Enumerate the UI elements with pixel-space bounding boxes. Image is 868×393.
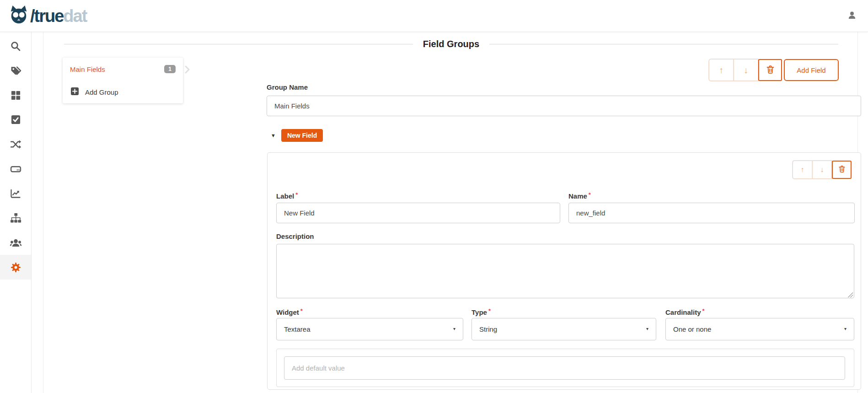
default-value-container bbox=[276, 349, 854, 387]
field-editor-card: ↑ ↓ Label* Name* bbox=[267, 152, 861, 390]
app-header: /truedat bbox=[0, 0, 868, 32]
sidebar-item-structures[interactable] bbox=[0, 156, 31, 181]
search-icon bbox=[10, 41, 21, 52]
required-asterisk: * bbox=[702, 307, 705, 314]
field-name-input[interactable] bbox=[568, 203, 855, 223]
shuffle-icon bbox=[10, 139, 21, 150]
default-value-input[interactable] bbox=[284, 356, 845, 380]
chevron-right-icon bbox=[185, 65, 190, 75]
field-toolbar: ↑ ↓ bbox=[793, 161, 852, 179]
main-content: Field Groups Main Fields 1 bbox=[32, 32, 868, 393]
sidebar-item-search[interactable] bbox=[0, 34, 31, 59]
field-label-input[interactable] bbox=[276, 203, 560, 223]
widget-select[interactable]: Textarea ▾ bbox=[276, 318, 463, 340]
field-description-label: Description bbox=[276, 232, 314, 240]
add-group-button[interactable]: Add Group bbox=[63, 81, 183, 103]
server-icon bbox=[10, 163, 21, 175]
users-icon bbox=[10, 237, 22, 249]
required-asterisk: * bbox=[488, 307, 491, 314]
group-item-label: Main Fields bbox=[70, 65, 105, 73]
delete-group-button[interactable] bbox=[758, 59, 782, 81]
group-name-label: Group Name bbox=[267, 83, 308, 91]
group-name-input[interactable] bbox=[267, 96, 861, 116]
widget-label: Widget* bbox=[276, 307, 303, 316]
group-count-badge: 1 bbox=[164, 65, 176, 73]
settings-icon bbox=[10, 262, 21, 273]
sidebar-item-lineage[interactable] bbox=[0, 132, 31, 157]
groups-panel: Main Fields 1 Add Group bbox=[63, 58, 183, 103]
add-group-label: Add Group bbox=[85, 88, 118, 96]
type-label: Type* bbox=[472, 307, 491, 316]
textarea-resize-handle[interactable] bbox=[848, 292, 853, 297]
widget-select-value: Textarea bbox=[284, 325, 311, 333]
cardinality-label: Cardinality* bbox=[665, 307, 705, 316]
field-name-label: Name* bbox=[568, 191, 591, 200]
trash-icon bbox=[766, 65, 775, 76]
caret-down-icon: ▾ bbox=[844, 326, 847, 331]
add-field-button[interactable]: Add Field bbox=[784, 59, 839, 81]
sidebar-item-domains[interactable] bbox=[0, 206, 31, 231]
move-group-up-button[interactable]: ↑ bbox=[709, 59, 734, 81]
field-groups-card: Field Groups Main Fields 1 bbox=[43, 32, 858, 393]
user-menu-button[interactable] bbox=[844, 8, 860, 24]
sidebar-item-settings[interactable] bbox=[0, 255, 31, 280]
move-field-up-button[interactable]: ↑ bbox=[793, 161, 812, 179]
grid-icon bbox=[11, 90, 21, 101]
field-description-textarea[interactable] bbox=[276, 244, 854, 298]
arrow-up-icon: ↑ bbox=[801, 166, 804, 173]
sidebar-item-tasks[interactable] bbox=[0, 108, 31, 132]
group-toolbar: ↑ ↓ Add Field bbox=[709, 59, 839, 81]
chart-line-icon bbox=[10, 188, 21, 199]
sidebar-item-catalog[interactable] bbox=[0, 83, 31, 108]
logo-wordmark: /truedat bbox=[30, 7, 86, 25]
required-asterisk: * bbox=[589, 191, 591, 198]
arrow-up-icon: ↑ bbox=[719, 65, 723, 75]
arrow-down-icon: ↓ bbox=[744, 65, 748, 75]
type-select[interactable]: String ▾ bbox=[472, 318, 656, 340]
tags-icon bbox=[10, 65, 21, 76]
move-field-down-button[interactable]: ↓ bbox=[812, 161, 832, 179]
field-name-badge: New Field bbox=[281, 129, 323, 142]
plus-square-icon bbox=[71, 87, 79, 97]
required-asterisk: * bbox=[295, 191, 298, 198]
sitemap-icon bbox=[10, 212, 21, 224]
user-icon bbox=[847, 10, 857, 22]
field-header: ▼ New Field bbox=[271, 129, 323, 142]
page-title: Field Groups bbox=[423, 39, 479, 49]
required-asterisk: * bbox=[300, 307, 303, 314]
field-label-label: Label* bbox=[276, 191, 298, 200]
cardinality-select[interactable]: One or none ▾ bbox=[665, 318, 854, 340]
title-divider: Field Groups bbox=[64, 39, 838, 49]
sidebar-item-tags[interactable] bbox=[0, 59, 31, 83]
delete-field-button[interactable] bbox=[832, 161, 852, 179]
truedat-logo[interactable]: /truedat bbox=[8, 5, 86, 27]
check-square-icon bbox=[11, 114, 21, 125]
collapse-caret-icon[interactable]: ▼ bbox=[271, 133, 276, 138]
move-group-down-button[interactable]: ↓ bbox=[734, 59, 758, 81]
type-select-value: String bbox=[479, 325, 497, 333]
caret-down-icon: ▾ bbox=[646, 326, 648, 331]
owl-icon bbox=[8, 5, 29, 27]
sidebar-item-dashboards[interactable] bbox=[0, 181, 31, 206]
sidebar-item-users[interactable] bbox=[0, 231, 31, 255]
cardinality-select-value: One or none bbox=[673, 325, 711, 333]
arrow-down-icon: ↓ bbox=[820, 166, 824, 173]
trash-icon bbox=[838, 165, 846, 175]
group-list-item-main-fields[interactable]: Main Fields 1 bbox=[63, 58, 183, 81]
sidebar-nav bbox=[0, 32, 32, 393]
caret-down-icon: ▾ bbox=[453, 326, 455, 331]
